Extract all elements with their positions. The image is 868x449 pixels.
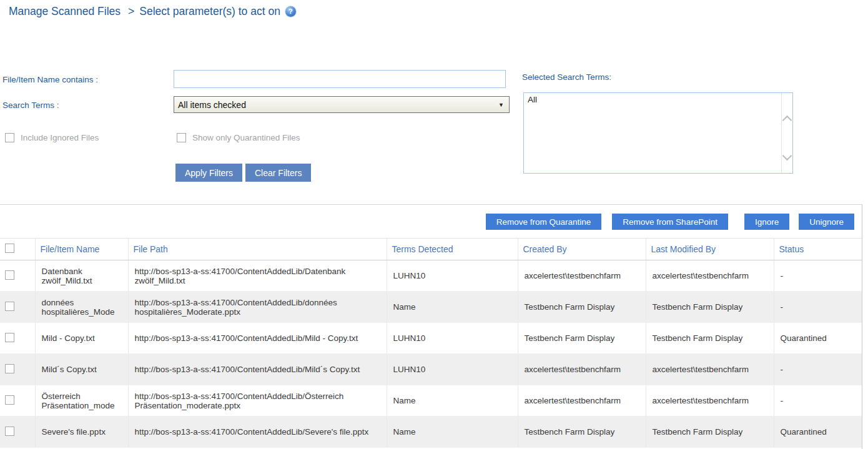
search-terms-dropdown-value: All items checked xyxy=(178,100,246,110)
cell-created-by: Testbench Farm Display xyxy=(518,292,646,323)
column-header-status: Status xyxy=(774,239,862,260)
results-section: Remove from Quarantine Remove from Share… xyxy=(0,204,862,449)
cell-created-by: axcelertest\testbenchfarm xyxy=(518,354,646,385)
selected-search-terms-box[interactable]: All xyxy=(523,92,793,174)
cell-file-item-name: données hospitalières_Mode xyxy=(35,292,128,323)
cell-created-by: Testbench Farm Display xyxy=(518,417,646,448)
row-checkbox-cell xyxy=(0,323,35,354)
column-header-file-path: File Path xyxy=(128,239,387,260)
column-header-created-by: Created By xyxy=(518,239,646,260)
cell-last-modified-by: axcelertest\testbenchfarm xyxy=(646,385,774,417)
action-button-bar: Remove from Quarantine Remove from Share… xyxy=(0,205,862,238)
apply-filters-button[interactable]: Apply Filters xyxy=(175,164,242,182)
cell-terms-detected: LUHN10 xyxy=(387,260,518,292)
cell-status: Quarantined xyxy=(774,323,862,354)
select-all-checkbox[interactable] xyxy=(5,244,14,253)
cell-file-path: http://bos-sp13-a-ss:41700/ContentAddedL… xyxy=(128,323,387,354)
table-row: Severe's file.pptxhttp://bos-sp13-a-ss:4… xyxy=(0,417,862,448)
row-checkbox[interactable] xyxy=(5,302,14,311)
cell-terms-detected: LUHN10 xyxy=(387,323,518,354)
cell-file-item-name: Mild´s Copy.txt xyxy=(35,354,128,385)
row-checkbox-cell xyxy=(0,260,35,292)
column-header-terms-detected: Terms Detected xyxy=(387,239,518,260)
cell-status: - xyxy=(774,385,862,417)
cell-file-path: http://bos-sp13-a-ss:41700/ContentAddedL… xyxy=(128,260,387,292)
table-row: Mild´s Copy.txthttp://bos-sp13-a-ss:4170… xyxy=(0,354,862,385)
clear-filters-button[interactable]: Clear Filters xyxy=(245,164,311,182)
table-header-row: File/Item Name File Path Terms Detected … xyxy=(0,239,862,260)
row-checkbox-cell xyxy=(0,354,35,385)
row-checkbox[interactable] xyxy=(5,364,14,373)
show-quarantined-checkbox[interactable] xyxy=(177,133,186,142)
manage-scanned-files-page: Manage Scanned Files > Select parameter(… xyxy=(0,0,868,449)
remove-from-quarantine-button[interactable]: Remove from Quarantine xyxy=(486,214,602,230)
page-title: Select parameter(s) to act on xyxy=(139,5,280,18)
terms-scrollbar[interactable] xyxy=(781,93,792,173)
cell-last-modified-by: Testbench Farm Display xyxy=(646,323,774,354)
row-checkbox[interactable] xyxy=(5,270,14,280)
cell-file-path: http://bos-sp13-a-ss:41700/ContentAddedL… xyxy=(128,385,387,417)
breadcrumb: Manage Scanned Files > Select parameter(… xyxy=(9,5,296,18)
row-checkbox-cell xyxy=(0,417,35,448)
file-item-name-input[interactable] xyxy=(174,70,506,88)
scroll-up-icon[interactable] xyxy=(782,116,792,126)
show-quarantined-label: Show only Quarantined Files xyxy=(192,133,300,142)
cell-file-item-name: Mild - Copy.txt xyxy=(35,323,128,354)
cell-last-modified-by: Testbench Farm Display xyxy=(646,417,774,448)
scroll-down-icon[interactable] xyxy=(782,151,792,161)
cell-status: Quarantined xyxy=(774,417,862,448)
remove-from-sharepoint-button[interactable]: Remove from SharePoint xyxy=(612,214,728,230)
table-row: données hospitalières_Modehttp://bos-sp1… xyxy=(0,292,862,323)
cell-created-by: axcelertest\testbenchfarm xyxy=(518,260,646,292)
cell-status: - xyxy=(774,292,862,323)
cell-created-by: axcelertest\testbenchfarm xyxy=(518,385,646,417)
cell-last-modified-by: Testbench Farm Display xyxy=(646,292,774,323)
chevron-down-icon: ▼ xyxy=(498,102,505,108)
include-ignored-label: Include Ignored Files xyxy=(21,133,99,142)
column-header-last-modified-by: Last Modified By xyxy=(646,239,774,260)
select-all-cell xyxy=(0,239,35,260)
cell-terms-detected: Name xyxy=(387,417,518,448)
breadcrumb-manage-scanned-files[interactable]: Manage Scanned Files xyxy=(9,5,121,18)
cell-file-item-name: Datenbank zwölf_Mild.txt xyxy=(35,260,128,292)
cell-terms-detected: Name xyxy=(387,292,518,323)
selected-search-terms-label: Selected Search Terms: xyxy=(522,72,611,82)
include-ignored-checkbox[interactable] xyxy=(5,133,14,142)
breadcrumb-separator: > xyxy=(128,5,134,18)
cell-file-item-name: Österreich Präsentation_mode xyxy=(35,385,128,417)
search-terms-dropdown[interactable]: All items checked ▼ xyxy=(174,96,510,113)
ignore-button[interactable]: Ignore xyxy=(744,214,789,230)
cell-created-by: Testbench Farm Display xyxy=(518,323,646,354)
column-header-file-item-name: File/Item Name xyxy=(35,239,128,260)
table-row: Österreich Präsentation_modehttp://bos-s… xyxy=(0,385,862,417)
row-checkbox[interactable] xyxy=(5,333,14,342)
cell-status: - xyxy=(774,354,862,385)
cell-file-item-name: Severe's file.pptx xyxy=(35,417,128,448)
cell-status: - xyxy=(774,260,862,292)
cell-last-modified-by: axcelertest\testbenchfarm xyxy=(646,354,774,385)
search-terms-label: Search Terms : xyxy=(2,101,59,110)
table-row: Datenbank zwölf_Mild.txthttp://bos-sp13-… xyxy=(0,260,862,292)
cell-file-path: http://bos-sp13-a-ss:41700/ContentAddedL… xyxy=(128,417,387,448)
scanned-files-table: File/Item Name File Path Terms Detected … xyxy=(0,238,862,448)
cell-last-modified-by: axcelertest\testbenchfarm xyxy=(646,260,774,292)
row-checkbox[interactable] xyxy=(5,395,14,405)
row-checkbox-cell xyxy=(0,292,35,323)
selected-search-terms-value: All xyxy=(524,93,781,173)
cell-terms-detected: LUHN10 xyxy=(387,354,518,385)
table-row: Mild - Copy.txthttp://bos-sp13-a-ss:4170… xyxy=(0,323,862,354)
cell-file-path: http://bos-sp13-a-ss:41700/ContentAddedL… xyxy=(128,292,387,323)
cell-terms-detected: Name xyxy=(387,385,518,417)
row-checkbox[interactable] xyxy=(5,427,14,436)
file-item-name-label: File/Item Name contains : xyxy=(2,75,98,84)
help-icon[interactable]: ? xyxy=(285,6,296,17)
row-checkbox-cell xyxy=(0,385,35,417)
unignore-button[interactable]: Unignore xyxy=(799,214,854,230)
cell-file-path: http://bos-sp13-a-ss:41700/ContentAddedL… xyxy=(128,354,387,385)
